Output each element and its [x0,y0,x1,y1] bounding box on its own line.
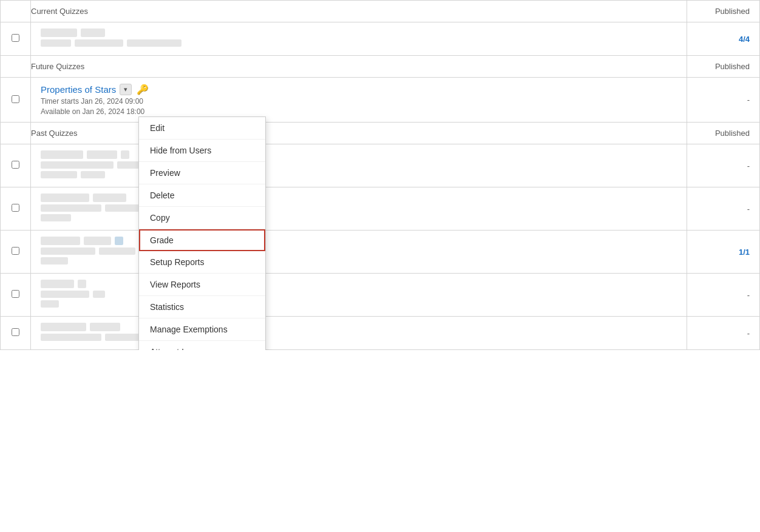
dropdown-item-copy[interactable]: Copy [139,207,265,229]
quiz-dropdown-button[interactable]: ▾ [120,84,132,95]
checkbox-input[interactable] [12,161,19,169]
quiz-table: Current Quizzes Published [0,0,760,350]
quiz-meta-available: Available on Jan 26, 2024 18:00 [41,107,677,116]
blurred-m4 [81,171,105,178]
blurred-fm1 [41,334,101,341]
future-quizzes-published: Published [687,56,760,78]
blurred-title-line [41,237,677,245]
past-quiz-title-4 [31,274,687,317]
future-section-checkbox-cell [1,56,31,78]
checkbox-input[interactable] [12,328,19,336]
blurred-dm2 [99,247,135,255]
dropdown-item-grade[interactable]: Grade [139,229,265,251]
dropdown-item-statistics[interactable]: Statistics [139,296,265,318]
blurred-meta-line [41,204,677,212]
chevron-down-icon: ▾ [124,86,127,93]
section-header-checkbox-cell [1,1,31,22]
blurred-e2 [78,280,86,288]
past-quiz-score-3: 1/1 [687,231,760,274]
dropdown-scroll-area[interactable]: Edit Hide from Users Preview Delete Copy… [139,117,265,350]
blurred-b1 [41,150,83,159]
blurred-m3 [41,171,77,178]
dropdown-item-manage-exemptions[interactable]: Manage Exemptions [139,318,265,341]
blurred-title-line [41,280,677,288]
past-quiz-score-4: - [687,274,760,317]
past-section-checkbox-cell [1,123,31,144]
blurred-meta-line2 [41,300,677,308]
past-quiz-checkbox-3[interactable] [1,231,31,274]
blurred-cm3 [41,214,71,221]
key-icon: 🔑 [137,84,149,95]
checkbox-input[interactable] [12,204,19,212]
blurred-title-line [41,29,677,37]
blurred-e1 [41,280,74,288]
current-quiz-checkbox-1[interactable] [1,22,31,56]
blurred-b2 [87,150,117,159]
dropdown-item-view-reports[interactable]: View Reports [139,274,265,296]
blurred-d1 [41,237,80,245]
current-quiz-score-1: 4/4 [687,22,760,56]
past-quiz-title-3 [31,231,687,274]
past-quiz-checkbox-2[interactable] [1,187,31,231]
dropdown-item-attempt-logs[interactable]: Attempt Logs [139,341,265,350]
blurred-meta-line [41,247,677,255]
future-quiz-checkbox-1[interactable] [1,78,31,123]
past-quiz-row-3: 1/1 [1,231,760,274]
future-quizzes-label: Future Quizzes [31,56,687,78]
current-quizzes-label: Current Quizzes [31,1,687,22]
blurred-meta-line2 [41,214,677,221]
quiz-title-row: Properties of Stars ▾ 🔑 [41,84,677,95]
blurred-meta-line [41,39,677,47]
blurred-meta-line2 [41,257,677,264]
dropdown-item-edit[interactable]: Edit [139,117,265,140]
past-quiz-score-1: - [687,144,760,187]
future-quiz-title-cell-1: Properties of Stars ▾ 🔑 Timer starts Jan… [31,78,687,123]
past-quiz-checkbox-1[interactable] [1,144,31,187]
dropdown-item-setup-reports[interactable]: Setup Reports [139,251,265,274]
past-quiz-title-2 [31,187,687,231]
dropdown-item-hide[interactable]: Hide from Users [139,140,265,162]
blurred-dm3 [41,257,68,264]
checkbox-input[interactable] [12,34,19,42]
blurred-title-1 [41,29,77,37]
blurred-title-line [41,150,677,159]
blurred-title-line [41,323,677,331]
section-past-quizzes: Past Quizzes Published [1,123,760,144]
blurred-c2 [93,194,126,202]
section-current-quizzes: Current Quizzes Published [1,1,760,22]
blurred-meta-1 [41,39,71,47]
section-future-quizzes: Future Quizzes Published [1,56,760,78]
dropdown-item-delete[interactable]: Delete [139,184,265,207]
current-quizzes-published: Published [687,1,760,22]
dropdown-item-preview[interactable]: Preview [139,162,265,184]
blurred-meta-2 [75,39,123,47]
blurred-em2 [93,291,105,298]
blurred-meta-line2 [41,171,677,178]
blurred-em1 [41,291,89,298]
past-quiz-row-4: - [1,274,760,317]
current-quiz-title-cell-1 [31,22,687,56]
properties-of-stars-link[interactable]: Properties of Stars [41,84,116,95]
past-quizzes-published: Published [687,123,760,144]
past-quiz-checkbox-5[interactable] [1,317,31,350]
blurred-d3 [115,237,123,245]
blurred-d2 [84,237,111,245]
dropdown-menu: Edit Hide from Users Preview Delete Copy… [138,116,266,350]
blurred-b3 [121,150,129,159]
checkbox-input[interactable] [12,290,19,298]
past-quiz-row-1: - [1,144,760,187]
checkbox-input[interactable] [12,95,19,103]
blurred-dm1 [41,247,95,255]
future-quiz-score-1: - [687,78,760,123]
blurred-meta-line [41,291,677,298]
blurred-f2 [90,323,120,331]
checkbox-input[interactable] [12,247,19,255]
blurred-meta-3 [127,39,182,47]
future-quiz-row-1: Properties of Stars ▾ 🔑 Timer starts Jan… [1,78,760,123]
past-quiz-row-2: - [1,187,760,231]
blurred-meta-line [41,334,677,341]
past-quiz-title-1 [31,144,687,187]
past-quiz-score-2: - [687,187,760,231]
blurred-title-2 [81,29,105,37]
past-quiz-checkbox-4[interactable] [1,274,31,317]
